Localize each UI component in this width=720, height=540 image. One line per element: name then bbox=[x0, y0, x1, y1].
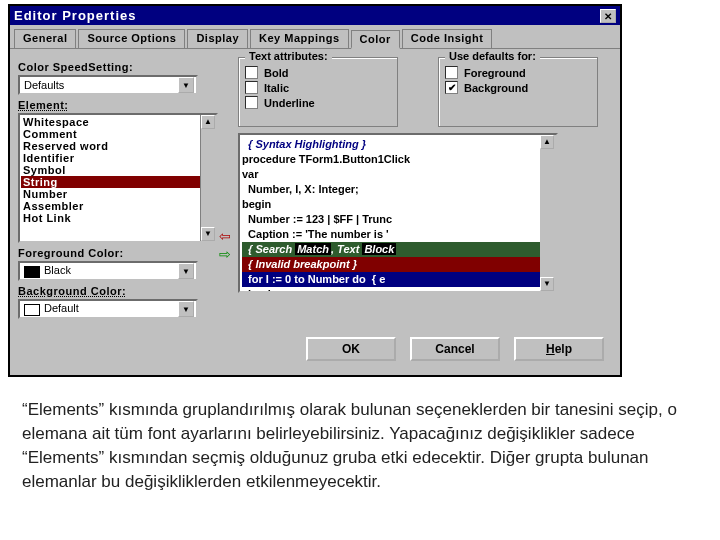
underline-checkbox[interactable] bbox=[245, 96, 258, 109]
element-listbox[interactable]: Whitespace Comment Reserved word Identif… bbox=[18, 113, 218, 243]
chevron-down-icon[interactable]: ▼ bbox=[178, 263, 194, 279]
bold-label: Bold bbox=[264, 67, 288, 79]
tab-display[interactable]: Display bbox=[187, 29, 248, 48]
bg-color-value: Default bbox=[44, 302, 79, 314]
window-title: Editor Properties bbox=[14, 8, 136, 23]
color-page-body: Color SpeedSetting: Defaults ▼ Element: … bbox=[10, 49, 620, 327]
preview-line: Number := 123 | $FF | Trunc bbox=[242, 212, 554, 227]
tab-code-insight[interactable]: Code Insight bbox=[402, 29, 493, 48]
ok-button[interactable]: OK bbox=[306, 337, 396, 361]
speed-setting-label: Color SpeedSetting: bbox=[18, 61, 228, 73]
titlebar: Editor Properties ✕ bbox=[10, 6, 620, 25]
tab-source-options[interactable]: Source Options bbox=[78, 29, 185, 48]
right-column: Text attributes: Bold Italic Underline U… bbox=[238, 57, 612, 319]
tab-color[interactable]: Color bbox=[351, 30, 400, 49]
element-label: Element: bbox=[18, 99, 228, 111]
default-bg-checkbox[interactable]: ✔ bbox=[445, 81, 458, 94]
preview-line: var bbox=[242, 167, 554, 182]
help-button[interactable]: Help bbox=[514, 337, 604, 361]
preview-line: procedure TForm1.Button1Click bbox=[242, 152, 554, 167]
bold-checkbox[interactable] bbox=[245, 66, 258, 79]
editor-properties-dialog: Editor Properties ✕ General Source Optio… bbox=[8, 4, 622, 377]
list-item[interactable]: Whitespace bbox=[21, 116, 215, 128]
chevron-down-icon[interactable]: ▼ bbox=[178, 301, 194, 317]
scroll-up-icon[interactable]: ▲ bbox=[201, 115, 215, 129]
bg-color-dropdown[interactable]: Default ▼ bbox=[18, 299, 198, 319]
syntax-preview: { Syntax Highlighting } procedure TForm1… bbox=[238, 133, 558, 293]
bg-swatch-icon bbox=[24, 304, 40, 316]
preview-line: Number, I, X: Integer; bbox=[242, 182, 554, 197]
fg-color-value: Black bbox=[44, 264, 71, 276]
text-attributes-group: Text attributes: Bold Italic Underline bbox=[238, 57, 398, 127]
fg-swatch-icon bbox=[24, 266, 40, 278]
chevron-down-icon[interactable]: ▼ bbox=[178, 77, 194, 93]
tab-key-mappings[interactable]: Key Mappings bbox=[250, 29, 349, 48]
close-icon[interactable]: ✕ bbox=[600, 9, 616, 23]
list-item[interactable]: Symbol bbox=[21, 164, 215, 176]
fg-color-label: Foreground Color: bbox=[18, 247, 228, 259]
default-bg-label: Background bbox=[464, 82, 528, 94]
list-item[interactable]: Assembler bbox=[21, 200, 215, 212]
preview-line: begin bbox=[242, 287, 554, 293]
arrow-prev-icon[interactable]: ⇦ bbox=[216, 229, 234, 243]
tab-bar: General Source Options Display Key Mappi… bbox=[10, 25, 620, 49]
italic-label: Italic bbox=[264, 82, 289, 94]
fg-color-dropdown[interactable]: Black ▼ bbox=[18, 261, 198, 281]
list-item[interactable]: Hot Link bbox=[21, 212, 215, 224]
preview-scrollbar[interactable]: ▲ ▼ bbox=[540, 135, 556, 291]
underline-label: Underline bbox=[264, 97, 315, 109]
preview-line: { Search Match, Text Block bbox=[242, 242, 554, 257]
list-item[interactable]: Number bbox=[21, 188, 215, 200]
scroll-down-icon[interactable]: ▼ bbox=[201, 227, 215, 241]
button-bar: OK Cancel Help bbox=[10, 327, 620, 375]
tab-general[interactable]: General bbox=[14, 29, 76, 48]
use-defaults-group: Use defaults for: Foreground ✔Background bbox=[438, 57, 598, 127]
preview-line: { Syntax Highlighting } bbox=[242, 137, 554, 152]
list-item-selected[interactable]: String bbox=[21, 176, 215, 188]
preview-line: Caption := 'The number is ' bbox=[242, 227, 554, 242]
scroll-down-icon[interactable]: ▼ bbox=[540, 277, 554, 291]
speed-setting-value: Defaults bbox=[24, 79, 64, 91]
group-title: Text attributes: bbox=[245, 50, 332, 62]
preview-line: for I := 0 to Number do { e bbox=[242, 272, 554, 287]
scroll-up-icon[interactable]: ▲ bbox=[540, 135, 554, 149]
listbox-scrollbar[interactable]: ▲ ▼ bbox=[200, 115, 216, 241]
italic-checkbox[interactable] bbox=[245, 81, 258, 94]
left-column: Color SpeedSetting: Defaults ▼ Element: … bbox=[18, 57, 228, 319]
preview-line: begin bbox=[242, 197, 554, 212]
list-item[interactable]: Identifier bbox=[21, 152, 215, 164]
group-title: Use defaults for: bbox=[445, 50, 540, 62]
cancel-button[interactable]: Cancel bbox=[410, 337, 500, 361]
list-item[interactable]: Reserved word bbox=[21, 140, 215, 152]
arrow-next-icon[interactable]: ⇨ bbox=[216, 247, 234, 261]
speed-setting-dropdown[interactable]: Defaults ▼ bbox=[18, 75, 198, 95]
caption-paragraph: “Elements” kısmında gruplandırılmış olar… bbox=[22, 398, 692, 494]
default-fg-checkbox[interactable] bbox=[445, 66, 458, 79]
default-fg-label: Foreground bbox=[464, 67, 526, 79]
preview-line: { Invalid breakpoint } bbox=[242, 257, 554, 272]
bg-color-label: Background Color: bbox=[18, 285, 228, 297]
list-item[interactable]: Comment bbox=[21, 128, 215, 140]
help-text: elp bbox=[555, 342, 572, 356]
